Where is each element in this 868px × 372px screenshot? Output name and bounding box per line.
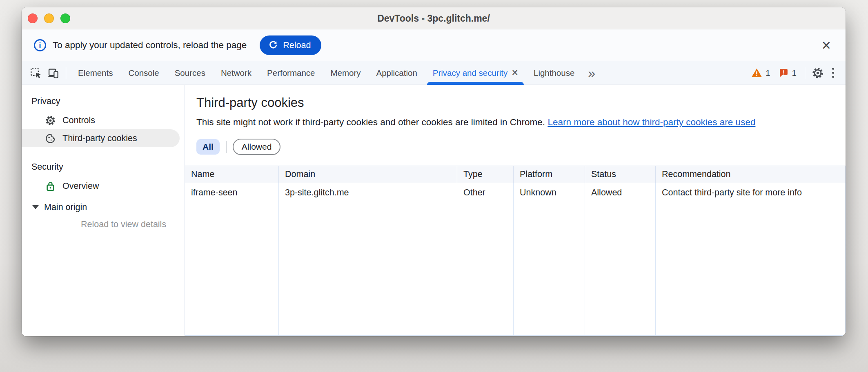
chip-divider — [226, 141, 227, 153]
info-icon: i — [34, 39, 46, 51]
sidebar-section-security: Security — [22, 159, 185, 177]
toolbar-divider — [66, 67, 66, 79]
sidebar-item-label: Main origin — [44, 202, 87, 213]
reload-button[interactable]: Reload — [260, 35, 321, 55]
chevron-down-icon — [32, 205, 39, 209]
sidebar-item-third-party-cookies[interactable]: Third-party cookies — [22, 129, 180, 147]
column-header-recommendation[interactable]: Recommendation — [656, 166, 846, 183]
reload-infobar: i To apply your updated controls, reload… — [22, 29, 846, 61]
tab-memory[interactable]: Memory — [323, 61, 368, 85]
warning-count: 1 — [766, 68, 770, 78]
page-title: Third-party cookies — [196, 95, 846, 110]
column-header-type[interactable]: Type — [457, 166, 514, 183]
tab-sources[interactable]: Sources — [167, 61, 213, 85]
reload-icon — [268, 40, 278, 51]
sidebar-item-overview[interactable]: Overview — [22, 177, 180, 195]
inspect-element-icon[interactable] — [27, 64, 45, 82]
maximize-window-button[interactable] — [60, 13, 70, 23]
table-cell-domain[interactable]: 3p-site.glitch.me — [279, 183, 457, 335]
tab-performance[interactable]: Performance — [259, 61, 323, 85]
sidebar-item-label: Controls — [62, 115, 95, 126]
column-header-platform[interactable]: Platform — [514, 166, 585, 183]
device-toolbar-icon[interactable] — [45, 64, 62, 82]
reload-button-label: Reload — [283, 40, 311, 51]
traffic-lights — [28, 13, 70, 23]
gear-icon — [45, 115, 56, 126]
close-infobar-icon[interactable]: × — [819, 38, 833, 53]
table-row: iframe-seen 3p-site.glitch.me Other Unkn… — [185, 183, 846, 336]
tab-privacy-and-security[interactable]: Privacy and security × — [425, 61, 526, 85]
cookies-table: Name Domain Type Platform Status Recomme… — [185, 166, 846, 336]
window-title: DevTools - 3pc.glitch.me/ — [22, 7, 846, 29]
issues-counter[interactable]: 1 — [775, 68, 801, 78]
column-header-name[interactable]: Name — [185, 166, 279, 183]
devtools-window: DevTools - 3pc.glitch.me/ i To apply you… — [22, 7, 846, 336]
tab-lighthouse[interactable]: Lighthouse — [526, 61, 582, 85]
cookie-icon — [45, 133, 56, 144]
sidebar-item-controls[interactable]: Controls — [22, 111, 180, 129]
description-text: This site might not work if third-party … — [196, 117, 545, 127]
table-cell-name[interactable]: iframe-seen — [185, 183, 279, 335]
table-cell-status[interactable]: Allowed — [585, 183, 656, 335]
devtools-content: Privacy Controls — [22, 85, 846, 336]
minimize-window-button[interactable] — [44, 13, 54, 23]
more-options-icon[interactable] — [826, 64, 840, 81]
table-cell-type[interactable]: Other — [457, 183, 514, 335]
close-window-button[interactable] — [28, 13, 38, 23]
sidebar-item-label: Overview — [62, 181, 99, 191]
issue-count: 1 — [792, 68, 797, 78]
warnings-counter[interactable]: 1 — [747, 67, 774, 78]
learn-more-link[interactable]: Learn more about how third-party cookies… — [548, 117, 755, 127]
tab-elements[interactable]: Elements — [70, 61, 120, 85]
tab-network[interactable]: Network — [213, 61, 259, 85]
sidebar-section-privacy: Privacy — [22, 94, 185, 111]
privacy-security-sidebar: Privacy Controls — [22, 85, 185, 336]
lock-icon — [45, 181, 56, 192]
devtools-toolbar: Elements Console Sources Network Perform… — [22, 61, 846, 85]
column-header-domain[interactable]: Domain — [279, 166, 457, 183]
table-cell-recommendation[interactable]: Contact third-party site for more info — [656, 183, 846, 335]
toolbar-divider — [805, 67, 805, 79]
tab-console[interactable]: Console — [120, 61, 167, 85]
warning-triangle-icon — [751, 67, 762, 78]
tab-application[interactable]: Application — [369, 61, 425, 85]
issue-bubble-icon — [779, 68, 789, 78]
more-tabs-icon[interactable]: » — [582, 66, 601, 80]
window-titlebar: DevTools - 3pc.glitch.me/ — [22, 7, 846, 29]
sidebar-item-label: Third-party cookies — [62, 133, 137, 144]
table-cell-platform[interactable]: Unknown — [514, 183, 585, 335]
table-header-row: Name Domain Type Platform Status Recomme… — [185, 166, 846, 183]
third-party-cookies-panel: Third-party cookies This site might not … — [185, 85, 846, 336]
tab-privacy-and-security-label: Privacy and security — [433, 68, 507, 78]
close-tab-icon[interactable]: × — [512, 67, 518, 78]
panel-description: This site might not work if third-party … — [196, 117, 846, 128]
filter-chips: All Allowed — [196, 139, 846, 155]
sidebar-item-main-origin[interactable]: Main origin — [22, 198, 185, 216]
settings-gear-icon[interactable] — [809, 64, 826, 82]
filter-chip-allowed[interactable]: Allowed — [233, 139, 281, 155]
column-header-status[interactable]: Status — [585, 166, 656, 183]
infobar-message: To apply your updated controls, reload t… — [53, 40, 247, 51]
filter-chip-all[interactable]: All — [196, 139, 220, 155]
sidebar-note: Reload to view details — [22, 219, 185, 230]
